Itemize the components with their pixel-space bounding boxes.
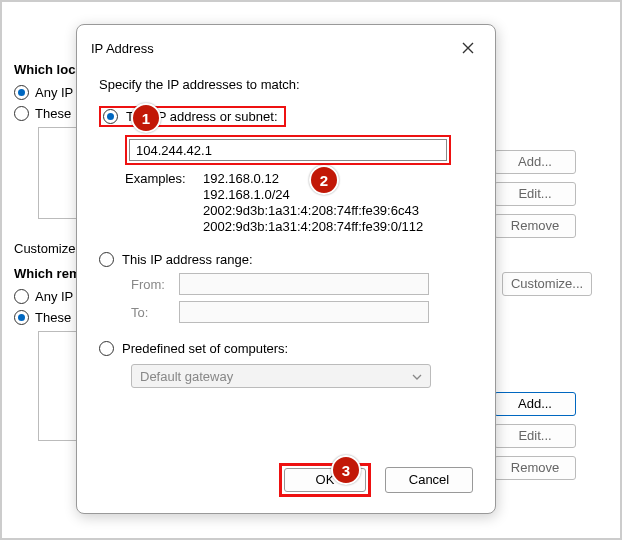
radio-predefined[interactable] (99, 341, 114, 356)
example-4: 2002:9d3b:1a31:4:208:74ff:fe39:0/112 (203, 219, 473, 234)
to-input[interactable] (179, 301, 429, 323)
radio-ip-range-label: This IP address range: (122, 252, 253, 267)
to-label: To: (131, 305, 171, 320)
bg-radio-any-local[interactable] (14, 85, 29, 100)
bg-radio-these-local[interactable] (14, 106, 29, 121)
ip-input-highlight (125, 135, 451, 165)
bg-edit-local-button[interactable]: Edit... (494, 182, 576, 206)
predefined-value: Default gateway (140, 369, 233, 384)
callout-badge-1: 1 (131, 103, 161, 133)
chevron-down-icon (412, 371, 422, 382)
radio-predefined-label: Predefined set of computers: (122, 341, 288, 356)
radio-this-ip[interactable] (103, 109, 118, 124)
cancel-button[interactable]: Cancel (385, 467, 473, 493)
option-this-ip-highlight: This IP address or subnet: (99, 106, 286, 127)
callout-badge-2: 2 (309, 165, 339, 195)
bg-remove-local-button[interactable]: Remove (494, 214, 576, 238)
ip-input[interactable] (129, 139, 447, 161)
example-3: 2002:9d3b:1a31:4:208:74ff:fe39:6c43 (203, 203, 473, 218)
from-label: From: (131, 277, 171, 292)
radio-ip-range[interactable] (99, 252, 114, 267)
instruction-text: Specify the IP addresses to match: (99, 77, 473, 92)
bg-radio-these-local-label: These (35, 106, 71, 121)
callout-badge-3: 3 (331, 455, 361, 485)
bg-radio-any-local-label: Any IP (35, 85, 73, 100)
bg-radio-any-remote[interactable] (14, 289, 29, 304)
bg-add-local-button[interactable]: Add... (494, 150, 576, 174)
bg-customize-button[interactable]: Customize... (502, 272, 592, 296)
predefined-dropdown[interactable]: Default gateway (131, 364, 431, 388)
ip-address-dialog: IP Address Specify the IP addresses to m… (76, 24, 496, 514)
bg-remove-remote-button[interactable]: Remove (494, 456, 576, 480)
example-2: 192.168.1.0/24 (203, 187, 473, 202)
bg-radio-any-remote-label: Any IP (35, 289, 73, 304)
bg-radio-these-remote[interactable] (14, 310, 29, 325)
close-icon[interactable] (455, 35, 481, 61)
dialog-title: IP Address (91, 41, 154, 56)
bg-radio-these-remote-label: These (35, 310, 71, 325)
bg-add-remote-button[interactable]: Add... (494, 392, 576, 416)
examples-label: Examples: (125, 171, 199, 186)
from-input[interactable] (179, 273, 429, 295)
bg-edit-remote-button[interactable]: Edit... (494, 424, 576, 448)
